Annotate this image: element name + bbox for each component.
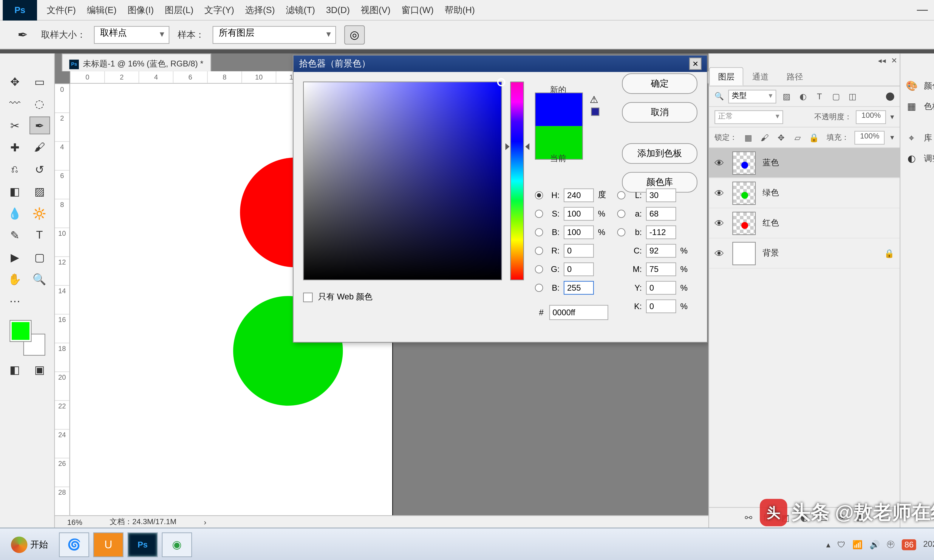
- hue-arrow-right-icon[interactable]: [525, 143, 529, 150]
- ok-button[interactable]: 确定: [622, 73, 698, 94]
- visibility-toggle-icon[interactable]: 👁: [715, 157, 726, 168]
- taskbar-app-1[interactable]: 🌀: [59, 532, 89, 557]
- bri-input[interactable]: [564, 225, 594, 239]
- r-radio[interactable]: [535, 246, 543, 255]
- a-radio[interactable]: [617, 209, 626, 217]
- move-tool-icon[interactable]: ✥: [5, 72, 25, 90]
- lock-brush-icon[interactable]: 🖌: [759, 132, 770, 142]
- menu-view[interactable]: 视图(V): [355, 1, 396, 19]
- zoom-tool-icon[interactable]: 🔍: [29, 270, 50, 288]
- screenmode-icon[interactable]: ▣: [29, 360, 50, 378]
- visibility-toggle-icon[interactable]: 👁: [715, 188, 726, 198]
- panel-collapse-icon[interactable]: ◂◂: [878, 56, 886, 65]
- tray-network-icon[interactable]: 📶: [852, 540, 863, 549]
- menu-layer[interactable]: 图层(L): [159, 1, 199, 19]
- b-input[interactable]: [564, 280, 594, 294]
- layer-name[interactable]: 红色: [763, 217, 779, 229]
- layer-thumbnail[interactable]: [732, 242, 756, 265]
- type-tool-icon[interactable]: T: [29, 226, 50, 244]
- filter-smart-icon[interactable]: ◫: [846, 90, 858, 103]
- layer-thumbnail[interactable]: [732, 211, 756, 235]
- stamp-tool-icon[interactable]: ⎌: [5, 160, 25, 178]
- eraser-tool-icon[interactable]: ◧: [5, 182, 25, 200]
- dialog-close-button[interactable]: ✕: [689, 57, 701, 70]
- menu-help[interactable]: 帮助(H): [439, 1, 480, 19]
- tab-layers[interactable]: 图层: [709, 67, 743, 86]
- quickmask-icon[interactable]: ◧: [5, 360, 25, 378]
- layer-thumbnail[interactable]: [732, 181, 756, 205]
- r-input[interactable]: [564, 244, 594, 257]
- pen-tool-icon[interactable]: ✎: [5, 226, 25, 244]
- tray-shield-icon[interactable]: 🛡: [837, 540, 845, 549]
- panel-libraries[interactable]: ⌖库: [905, 128, 934, 148]
- sat-radio[interactable]: [535, 209, 543, 217]
- b-radio[interactable]: [535, 283, 543, 292]
- lab-b-input[interactable]: [646, 225, 676, 239]
- filter-type-icon[interactable]: T: [813, 90, 826, 103]
- tray-datetime[interactable]: 2021/4/20 星期二: [923, 540, 934, 549]
- menu-window[interactable]: 窗口(W): [396, 1, 439, 19]
- saturation-value-field[interactable]: [303, 82, 502, 280]
- panel-close-icon[interactable]: ✕: [891, 56, 897, 65]
- cancel-button[interactable]: 取消: [622, 102, 698, 123]
- layer-row[interactable]: 👁 背景 🔒: [709, 238, 900, 269]
- brush-tool-icon[interactable]: 🖌: [29, 138, 50, 156]
- lock-artboard-icon[interactable]: ▱: [792, 132, 803, 142]
- layer-row[interactable]: 👁 绿色: [709, 178, 900, 208]
- sv-cursor-icon[interactable]: [497, 78, 505, 86]
- tray-up-icon[interactable]: ▴: [826, 540, 830, 549]
- sat-input[interactable]: [564, 207, 594, 220]
- hue-radio[interactable]: [535, 191, 543, 199]
- layer-thumbnail[interactable]: [732, 151, 756, 174]
- menu-type[interactable]: 文字(Y): [199, 1, 240, 19]
- blur-tool-icon[interactable]: 💧: [5, 204, 25, 222]
- menu-edit[interactable]: 编辑(E): [81, 1, 122, 19]
- filter-shape-icon[interactable]: ▢: [830, 90, 842, 103]
- sample-size-select[interactable]: 取样点: [94, 26, 170, 43]
- color-swatches[interactable]: [10, 321, 44, 355]
- k-input[interactable]: [646, 299, 676, 313]
- tray-ime-icon[interactable]: ㊥: [886, 538, 895, 550]
- g-radio[interactable]: [535, 265, 543, 273]
- menu-3d[interactable]: 3D(D): [321, 2, 355, 18]
- status-chevron-icon[interactable]: ›: [204, 518, 206, 526]
- zoom-level[interactable]: 16%: [67, 518, 82, 526]
- lock-pixels-icon[interactable]: ▦: [743, 132, 754, 142]
- link-layers-icon[interactable]: ⚯: [745, 512, 752, 523]
- add-to-swatches-button[interactable]: 添加到色板: [622, 143, 698, 164]
- layer-name[interactable]: 蓝色: [763, 157, 779, 169]
- tray-volume-icon[interactable]: 🔊: [869, 540, 880, 549]
- taskbar-app-coreldraw[interactable]: ◉: [162, 532, 192, 557]
- filter-image-icon[interactable]: ▨: [780, 90, 793, 103]
- visibility-toggle-icon[interactable]: 👁: [715, 248, 726, 259]
- tab-channels[interactable]: 通道: [743, 67, 778, 86]
- hue-arrow-left-icon[interactable]: [506, 143, 510, 150]
- crop-tool-icon[interactable]: ✂: [5, 117, 25, 134]
- y-input[interactable]: [646, 280, 676, 294]
- lab-b-radio[interactable]: [617, 228, 626, 236]
- hand-tool-icon[interactable]: ✋: [5, 270, 25, 288]
- path-select-tool-icon[interactable]: ▶: [5, 248, 25, 266]
- filter-search-icon[interactable]: 🔍: [715, 92, 724, 101]
- visibility-toggle-icon[interactable]: 👁: [715, 218, 726, 229]
- l-input[interactable]: [646, 188, 676, 202]
- opacity-input[interactable]: 100%: [856, 110, 886, 123]
- shape-tool-icon[interactable]: ▢: [29, 248, 50, 266]
- foreground-color-swatch[interactable]: [10, 321, 31, 341]
- gamut-nearest-swatch[interactable]: [591, 108, 599, 116]
- g-input[interactable]: [564, 262, 594, 276]
- dialog-titlebar[interactable]: 拾色器（前景色） ✕: [293, 55, 707, 72]
- eyedropper-tool-icon[interactable]: ✒: [29, 117, 50, 134]
- filter-toggle[interactable]: [886, 92, 894, 100]
- window-minimize-button[interactable]: —: [916, 3, 929, 17]
- hex-input[interactable]: [549, 305, 608, 320]
- sample-ring-toggle[interactable]: ◎: [344, 25, 365, 44]
- marquee-tool-icon[interactable]: ▭: [29, 72, 50, 90]
- lock-all-icon[interactable]: 🔒: [808, 132, 820, 142]
- filter-adjust-icon[interactable]: ◐: [797, 90, 809, 103]
- hue-slider[interactable]: [510, 82, 524, 280]
- m-input[interactable]: [646, 262, 676, 276]
- web-only-checkbox[interactable]: [303, 292, 313, 302]
- filter-type-select[interactable]: 类型: [728, 89, 776, 103]
- sample-select[interactable]: 所有图层: [213, 26, 336, 43]
